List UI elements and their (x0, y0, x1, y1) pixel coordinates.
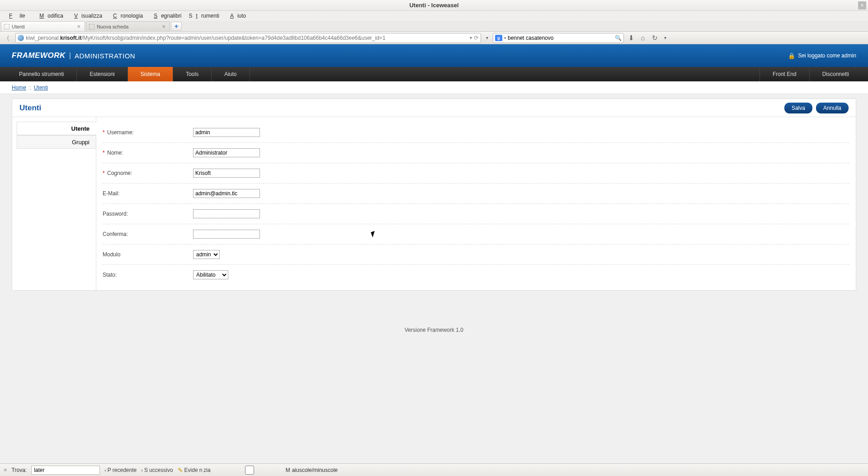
input-cognome[interactable] (193, 169, 260, 178)
brand-logo: FRAMEWORK (12, 51, 66, 60)
browser-menubar: File Modifica Visualizza Cronologia Segn… (0, 11, 868, 21)
findbar-case-checkbox[interactable] (215, 466, 284, 475)
brand-subtitle: ADMINISTRATION (75, 52, 135, 60)
nav-estensioni[interactable]: Estensioni (77, 67, 127, 81)
findbar-close-icon[interactable]: × (4, 467, 7, 473)
menu-strumenti[interactable]: Strumenti (185, 12, 223, 20)
breadcrumb-separator: :: (28, 85, 32, 91)
page-title: Utenti (19, 104, 41, 113)
tab-label: Nuova scheda (97, 24, 128, 29)
history-dropdown-icon[interactable]: ▾ (484, 35, 490, 40)
search-input[interactable] (508, 35, 615, 41)
row-modulo: Modulo admin (103, 245, 849, 265)
nav-pannello-strumenti[interactable]: Pannello strumenti (6, 67, 77, 81)
logged-in-text: Sei loggato come admin (798, 52, 856, 59)
findbar-label: Trova: (12, 467, 27, 473)
findbar-prev-button[interactable]: ‹ Precedente (104, 467, 137, 473)
label-modulo: Modulo (103, 251, 120, 258)
url-toolbar: ⟨ kiwi_personal.krisoft.it/MyKrisoft/krs… (0, 32, 868, 44)
tab-nuova-scheda[interactable]: Nuova scheda × (86, 21, 170, 31)
select-stato[interactable]: Abilitato (193, 270, 228, 279)
google-search-icon: g (495, 35, 502, 41)
brand-separator: | (69, 52, 71, 60)
row-stato: Stato: Abilitato (103, 265, 849, 285)
sidetab-utente[interactable]: Utente (17, 122, 96, 135)
label-nome: Nome: (107, 150, 123, 156)
row-username: * Username: (103, 123, 849, 143)
label-password: Password: (103, 211, 128, 217)
lock-icon: 🔒 (788, 52, 795, 59)
menu-modifica[interactable]: Modifica (32, 12, 67, 20)
nav-front-end[interactable]: Front End (760, 67, 809, 81)
breadcrumb-home[interactable]: Home (12, 85, 26, 91)
menu-visualizza[interactable]: Visualizza (67, 12, 106, 20)
label-username: Username: (107, 129, 134, 136)
search-engine-dropdown-icon[interactable]: ▾ (504, 36, 506, 40)
select-modulo[interactable]: admin (193, 250, 220, 259)
overflow-dropdown-icon[interactable]: ▾ (662, 35, 668, 40)
row-password: Password: (103, 204, 849, 224)
nav-back-button[interactable]: ⟨ (3, 33, 13, 43)
window-close-button[interactable]: × (858, 1, 866, 9)
search-submit-icon[interactable]: 🔍 (615, 35, 622, 41)
input-username[interactable] (193, 128, 260, 137)
form-area: * Username: * Nome: * Cognome: E-Mail: P… (96, 117, 856, 290)
content-panel: Utenti Salva Annulla Utente Gruppi * Use… (12, 99, 856, 291)
label-email: E-Mail: (103, 190, 119, 197)
tab-label: Utenti (12, 24, 25, 29)
admin-header: FRAMEWORK | ADMINISTRATION 🔒 Sei loggato… (0, 44, 868, 67)
row-nome: * Nome: (103, 143, 849, 163)
admin-nav: Pannello strumenti Estensioni Sistema To… (0, 67, 868, 81)
favicon-placeholder-icon (4, 24, 9, 29)
findbar-input[interactable] (31, 466, 100, 475)
annulla-button[interactable]: Annulla (816, 103, 849, 113)
menu-cronologia[interactable]: Cronologia (106, 12, 146, 20)
new-tab-button[interactable]: + (171, 22, 182, 31)
menu-segnalibri[interactable]: Segnalibri (146, 12, 185, 20)
label-stato: Stato: (103, 272, 117, 278)
dropdown-icon[interactable]: ▾ (470, 35, 472, 40)
input-nome[interactable] (193, 148, 260, 157)
window-title: Utenti - Iceweasel (409, 2, 458, 9)
tab-strip: Utenti × Nuova scheda × + (0, 21, 868, 32)
address-bar[interactable]: kiwi_personal.krisoft.it/MyKrisoft/krsob… (15, 33, 481, 43)
nav-disconnetti[interactable]: Disconnetti (809, 67, 862, 81)
sync-icon[interactable]: ↻ (650, 33, 659, 42)
globe-icon (18, 35, 24, 41)
menu-file[interactable]: File (2, 12, 32, 20)
menu-aiuto[interactable]: Aiuto (223, 12, 250, 20)
input-password[interactable] (193, 209, 260, 218)
url-text: kiwi_personal.krisoft.it/MyKrisoft/krsob… (26, 35, 470, 41)
sidetab-gruppi[interactable]: Gruppi (17, 135, 96, 149)
findbar-case-checkbox-label[interactable]: Maiuscole/minuscole (215, 466, 338, 475)
panel-body: Utente Gruppi * Username: * Nome: * Cogn… (12, 117, 856, 290)
favicon-placeholder-icon (89, 24, 94, 29)
breadcrumb: Home :: Utenti (0, 81, 868, 94)
search-box[interactable]: g ▾ 🔍 (493, 33, 624, 43)
tab-close-icon[interactable]: × (75, 23, 82, 30)
row-conferma: Conferma: (103, 224, 849, 245)
tab-utenti[interactable]: Utenti × (1, 21, 85, 31)
find-bar: × Trova: ‹ Precedente › Successivo ✎Evid… (0, 463, 868, 476)
label-cognome: Cognome: (107, 170, 132, 176)
panel-header: Utenti Salva Annulla (12, 99, 856, 117)
row-cognome: * Cognome: (103, 163, 849, 184)
row-email: E-Mail: (103, 184, 849, 204)
window-titlebar: Utenti - Iceweasel × (0, 0, 868, 11)
side-tabs: Utente Gruppi (12, 117, 96, 290)
refresh-icon[interactable]: ⟳ (474, 34, 479, 41)
downloads-icon[interactable]: ⬇ (627, 33, 636, 42)
footer-version: Versione Framework 1.0 (0, 327, 868, 333)
findbar-highlight-button[interactable]: ✎Evidenzia (178, 467, 211, 474)
nav-aiuto[interactable]: Aiuto (212, 67, 250, 81)
nav-sistema[interactable]: Sistema (128, 67, 173, 81)
input-conferma[interactable] (193, 230, 260, 239)
salva-button[interactable]: Salva (784, 103, 812, 113)
home-icon[interactable]: ⌂ (638, 33, 647, 42)
breadcrumb-current[interactable]: Utenti (34, 85, 48, 91)
input-email[interactable] (193, 189, 260, 198)
tab-close-icon[interactable]: × (160, 23, 167, 30)
findbar-next-button[interactable]: › Successivo (141, 467, 173, 473)
nav-tools[interactable]: Tools (173, 67, 212, 81)
label-conferma: Conferma: (103, 231, 128, 237)
